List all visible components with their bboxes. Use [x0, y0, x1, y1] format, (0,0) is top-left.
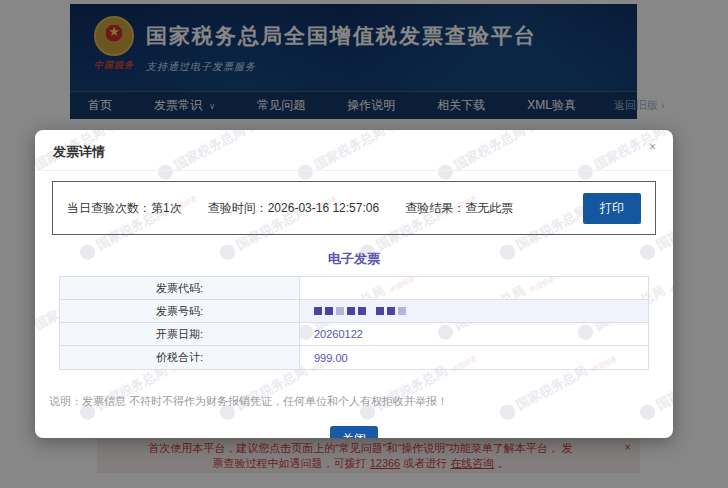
field-value: [300, 277, 648, 299]
invoice-detail-table: 发票代码: 发票号码: 开票日期: 20260122 价税合计: 999.00: [59, 276, 649, 370]
table-row-invoice-date: 开票日期: 20260122: [60, 323, 648, 346]
modal-header: 发票详情 ×: [35, 130, 673, 171]
invoice-type-title: 电子发票: [35, 250, 673, 268]
field-label: 发票号码:: [60, 300, 300, 322]
print-button[interactable]: 打印: [583, 193, 641, 224]
daily-check-count: 当日查验次数：第1次: [67, 200, 182, 217]
modal-title: 发票详情: [53, 144, 105, 159]
close-button[interactable]: 关闭: [330, 426, 378, 438]
redacted-invoice-number: [314, 307, 406, 315]
verification-summary-box: 当日查验次数：第1次 查验时间：2026-03-16 12:57:06 查验结果…: [52, 181, 656, 235]
disclaimer-note: 说明：发票信息 不符时不得作为财务报销凭证，任何单位和个人有权拒收并举报！: [49, 394, 659, 409]
field-label: 开票日期:: [60, 323, 300, 345]
field-label: 发票代码:: [60, 277, 300, 299]
field-label: 价税合计:: [60, 346, 300, 369]
field-value-redacted: [300, 300, 648, 322]
invoice-details-modal: 国家税务总局中国税务国家税务总局中国税务国家税务总局中国税务国家税务总局中国税务…: [35, 130, 673, 438]
table-row-invoice-number: 发票号码:: [60, 300, 648, 323]
field-value: 999.00: [300, 346, 648, 369]
field-value: 20260122: [300, 323, 648, 345]
table-row-invoice-code: 发票代码:: [60, 277, 648, 300]
close-icon[interactable]: ×: [649, 141, 656, 153]
table-row-total-amount: 价税合计: 999.00: [60, 346, 648, 369]
check-time: 查验时间：2026-03-16 12:57:06: [208, 200, 379, 217]
check-result: 查验结果：查无此票: [405, 200, 513, 217]
